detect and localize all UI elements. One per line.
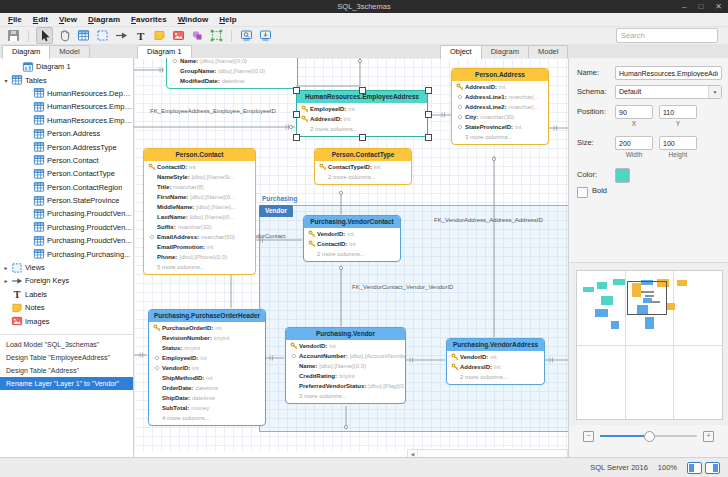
new-shape-icon[interactable] bbox=[190, 28, 205, 43]
tree-item-purchasing-proudctven[interactable]: Purchasing.ProudctVen... bbox=[0, 221, 133, 234]
tree-item-humanresources-emplo[interactable]: HumanResources.Emplo... bbox=[0, 100, 133, 113]
tab-sidebar-diagram[interactable]: Diagram bbox=[2, 45, 50, 59]
new-image-icon[interactable] bbox=[171, 28, 186, 43]
size-width-field[interactable] bbox=[615, 136, 653, 150]
new-foreign-key-icon[interactable] bbox=[114, 28, 129, 43]
entity-person-contact[interactable]: Person.ContactContactID:intNameStyle:[db… bbox=[143, 148, 256, 275]
chevron-down-icon[interactable]: ▼ bbox=[708, 86, 721, 98]
tree-item-purchasing-proudctven[interactable]: Purchasing.ProudctVen... bbox=[0, 207, 133, 220]
minimize-icon[interactable]: – bbox=[682, 2, 686, 11]
selection-handle[interactable] bbox=[293, 111, 300, 118]
search-input[interactable] bbox=[616, 28, 718, 43]
menu-item-window[interactable]: Window bbox=[178, 15, 209, 24]
tree-item-purchasing-proudctven[interactable]: Purchasing.ProudctVen... bbox=[0, 234, 133, 247]
maximize-icon[interactable]: □ bbox=[698, 2, 703, 11]
name-label: Name: bbox=[577, 66, 615, 77]
hand-tool-icon[interactable] bbox=[57, 28, 72, 43]
label-icon: T bbox=[10, 288, 23, 301]
entity-person-contacttype[interactable]: Person.ContactTypeContactTypeID:int2 mor… bbox=[314, 148, 412, 185]
zoom-slider[interactable] bbox=[600, 435, 697, 437]
history-item[interactable]: Design Table "EmployeeAddress" bbox=[0, 351, 133, 364]
zoom-out-icon[interactable]: − bbox=[583, 431, 594, 442]
selection-handle[interactable] bbox=[359, 87, 366, 94]
tree-item-tables[interactable]: ▾Tables bbox=[0, 73, 133, 86]
diagram-canvas[interactable]: PurchasingVendorFK_EmployeeAddress_Emplo… bbox=[134, 58, 568, 451]
zoom-slider-thumb[interactable] bbox=[644, 431, 655, 442]
entity-person-address[interactable]: Person.AddressAddressID:intAddressLine1:… bbox=[451, 68, 549, 145]
schema-select[interactable]: Default ▼ bbox=[615, 85, 722, 99]
minimap[interactable] bbox=[576, 270, 723, 420]
right-panel-toggle-icon[interactable] bbox=[705, 462, 720, 474]
new-note-icon[interactable] bbox=[152, 28, 167, 43]
preview-icon[interactable] bbox=[239, 28, 254, 43]
history-item[interactable]: Design Table "Address" bbox=[0, 364, 133, 377]
fk-label[interactable]: FK_VendorAddress_Address_AddressID bbox=[434, 217, 543, 223]
tab-props-diagram[interactable]: Diagram bbox=[481, 45, 529, 58]
history-item[interactable]: Rename Layer "Layer 1" to "Vendor" bbox=[0, 377, 133, 390]
tree-item-person-contact[interactable]: Person.Contact bbox=[0, 154, 133, 167]
menu-item-file[interactable]: File bbox=[8, 15, 22, 24]
position-x-field[interactable] bbox=[615, 105, 653, 119]
scroll-left-icon[interactable]: ◀ bbox=[408, 450, 418, 457]
selection-handle[interactable] bbox=[425, 87, 432, 94]
tree-item-diagram-1[interactable]: Diagram 1 bbox=[0, 60, 133, 73]
size-label: Size: bbox=[577, 136, 615, 147]
new-table-icon[interactable] bbox=[76, 28, 91, 43]
new-view-icon[interactable] bbox=[95, 28, 110, 43]
menu-item-help[interactable]: Help bbox=[219, 15, 236, 24]
name-field[interactable] bbox=[615, 66, 722, 80]
entity-humanresources-employeeaddress[interactable]: HumanResources.EmployeeAddressEmployeeID… bbox=[296, 90, 428, 137]
menu-item-edit[interactable]: Edit bbox=[33, 15, 48, 24]
left-panel-toggle-icon[interactable] bbox=[687, 462, 702, 474]
chevron-right-icon[interactable]: ▸ bbox=[2, 264, 10, 271]
size-height-field[interactable] bbox=[659, 136, 697, 150]
entity-purchasing-vendorcontact[interactable]: Purchasing.VendorContactVendorID:intCont… bbox=[303, 215, 401, 262]
tab-canvas-diagram-1[interactable]: Diagram 1 bbox=[137, 45, 192, 59]
tree-item-person-contacttype[interactable]: Person.ContactType bbox=[0, 167, 133, 180]
save-icon[interactable] bbox=[6, 28, 21, 43]
tree-item-humanresources-depar[interactable]: HumanResources.Depar... bbox=[0, 87, 133, 100]
tree-item-notes[interactable]: Notes bbox=[0, 301, 133, 314]
entity-purchasing-vendor[interactable]: Purchasing.VendorVendorID:intAccountNumb… bbox=[285, 327, 406, 404]
selection-handle[interactable] bbox=[293, 87, 300, 94]
position-y-field[interactable] bbox=[659, 105, 697, 119]
entity-department-partial[interactable]: Name:[dbo].[Name](0,0)GroupName:[dbo].[N… bbox=[166, 58, 298, 89]
tree-item-person-address[interactable]: Person.Address bbox=[0, 127, 133, 140]
selection-handle[interactable] bbox=[425, 111, 432, 118]
tab-sidebar-model[interactable]: Model bbox=[49, 45, 89, 58]
bold-checkbox[interactable] bbox=[577, 187, 588, 198]
zoom-in-icon[interactable]: + bbox=[703, 431, 714, 442]
selection-handle[interactable] bbox=[293, 134, 300, 141]
fk-label[interactable]: FK_VendorContact_Vendor_VendorID bbox=[352, 284, 453, 290]
tree-item-person-contactregion[interactable]: Person.ContactRegion bbox=[0, 181, 133, 194]
chevron-down-icon[interactable]: ▾ bbox=[2, 77, 10, 84]
chevron-right-icon[interactable]: ▸ bbox=[2, 277, 10, 284]
tree-item-foreign-keys[interactable]: ▸Foreign Keys bbox=[0, 274, 133, 287]
color-swatch[interactable] bbox=[615, 168, 630, 183]
tree-item-purchasing-purchasing[interactable]: Purchasing.Purchasing... bbox=[0, 247, 133, 260]
selection-handle[interactable] bbox=[425, 134, 432, 141]
tree-item-shapes[interactable]: Shapes bbox=[0, 328, 133, 330]
tree-item-images[interactable]: Images bbox=[0, 314, 133, 327]
selection-handle[interactable] bbox=[359, 134, 366, 141]
menu-item-view[interactable]: View bbox=[59, 15, 77, 24]
tree-item-humanresources-emplo[interactable]: HumanResources.Emplo... bbox=[0, 114, 133, 127]
minimap-viewport[interactable] bbox=[627, 281, 667, 315]
tree-item-person-stateprovince[interactable]: Person.StateProvince bbox=[0, 194, 133, 207]
tree-item-views[interactable]: ▸Views bbox=[0, 261, 133, 274]
new-layer-icon[interactable] bbox=[209, 28, 224, 43]
fk-label[interactable]: FK_EmployeeAddress_Employee_EmployeeID bbox=[150, 108, 276, 114]
close-icon[interactable]: ✕ bbox=[715, 2, 722, 11]
menu-item-favorites[interactable]: Favorites bbox=[131, 15, 167, 24]
entity-purchasing-purchaseorderheader[interactable]: Purchasing.PurchaseOrderHeaderPurchaseOr… bbox=[148, 309, 266, 426]
pointer-tool-icon[interactable] bbox=[36, 27, 53, 44]
tree-item-labels[interactable]: TLabels bbox=[0, 288, 133, 301]
entity-purchasing-vendoraddress[interactable]: Purchasing.VendorAddressVendorID:intAddr… bbox=[446, 338, 545, 385]
tree-item-person-addresstype[interactable]: Person.AddressType bbox=[0, 140, 133, 153]
history-item[interactable]: Load Model "SQL_3schemas" bbox=[0, 338, 133, 351]
new-label-icon[interactable]: T bbox=[133, 28, 148, 43]
menu-item-diagram[interactable]: Diagram bbox=[88, 15, 120, 24]
tab-props-model[interactable]: Model bbox=[528, 45, 568, 58]
export-icon[interactable] bbox=[258, 28, 273, 43]
tab-props-object[interactable]: Object bbox=[440, 45, 482, 59]
